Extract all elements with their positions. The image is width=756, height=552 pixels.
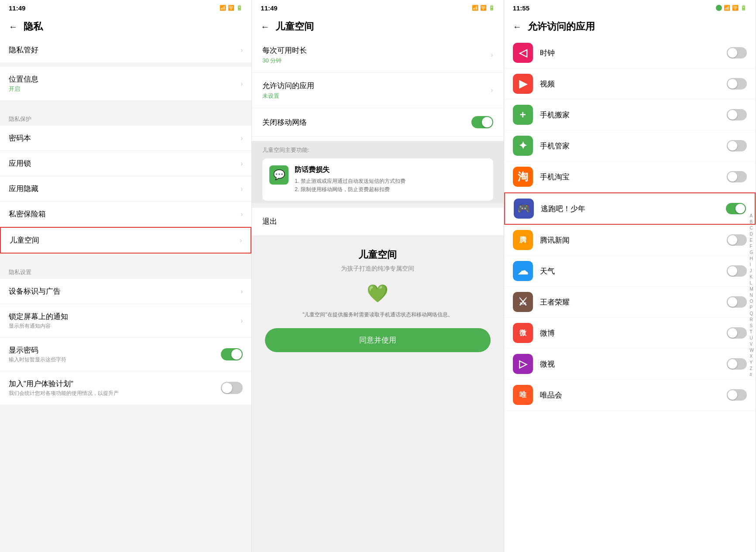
feature-card: 💬 防话费损失 1. 禁止游戏或应用通过自动发送短信的方式扣费 2. 限制使用移… [262,158,493,201]
privacy-protection-label: 隐私保护 [0,109,251,126]
children-space-item[interactable]: 儿童空间 › [0,227,251,254]
video-label: 视频 [540,79,727,89]
weibo-icon: 微 [513,323,533,343]
app-item-weibo[interactable]: 微 微博 [504,318,756,349]
app-item-taobao[interactable]: 淘 手机淘宝 [504,161,756,192]
wifi-icon: 🛜 [480,5,487,11]
header-bar-2: ← 儿童空间 [252,16,503,38]
lock-screen-label: 锁定屏幕上的通知 [9,312,68,322]
app-item-mover[interactable]: + 手机搬家 [504,99,756,130]
weishi-toggle[interactable] [727,358,747,370]
app-item-weather[interactable]: ☁ 天气 [504,256,756,287]
taobao-toggle[interactable] [727,171,747,182]
show-password-sub: 输入时短暂显示这些字符 [9,356,66,363]
pinpin-label: 唯品会 [540,390,727,400]
location-section: 位置信息 开启 › [0,67,251,100]
dot-icon [716,5,722,11]
privacy-protection-group: 密码本 › 应用锁 › 应用隐藏 › 私密保险箱 › 儿童空间 › [0,126,251,254]
weishi-icon: ▷ [513,354,533,374]
safe-box-item[interactable]: 私密保险箱 › [0,202,251,227]
privacy-manager-item[interactable]: 隐私管好 › [0,38,251,62]
app-item-game[interactable]: 🎮 逃跑吧！少年 [504,192,756,225]
user-experience-toggle[interactable] [221,382,243,394]
manager-label: 手机管家 [540,141,727,151]
signal-icon: 📶 [472,5,478,11]
logout-row[interactable]: 退出 [252,208,503,235]
clock-toggle[interactable] [727,47,747,58]
pinpin-toggle[interactable] [727,389,747,401]
intro-note: "儿童空间"在提供服务时需要读取手机通话状态和移动网络信息。 [302,311,453,319]
allowed-apps-setting[interactable]: 允许访问的应用 未设置 › [252,73,503,108]
chevron-icon: › [241,185,243,193]
duration-setting[interactable]: 每次可用时长 30 分钟 › [252,38,503,73]
video-toggle[interactable] [727,78,747,89]
panel-apps: 11:55 📶 🛜 🔋 ← 允许访问的应用 ◁ 时钟 ▶ 视频 + 手机搬家 [504,0,756,552]
password-book-item[interactable]: 密码本 › [0,126,251,151]
chevron-icon: › [491,86,493,94]
location-item[interactable]: 位置信息 开启 › [0,67,251,100]
honor-icon: ⚔ [513,292,533,312]
manager-icon: ✦ [513,136,533,156]
divider-2 [0,258,251,262]
app-lock-item[interactable]: 应用锁 › [0,151,251,176]
agree-button[interactable]: 同意并使用 [265,328,490,352]
children-space-label: 儿童空间 [10,235,39,245]
mobile-network-setting[interactable]: 关闭移动网络 [252,108,503,137]
game-toggle[interactable] [726,203,746,214]
app-item-manager[interactable]: ✦ 手机管家 [504,130,756,161]
lock-screen-notify-item[interactable]: 锁定屏幕上的通知 显示所有通知内容 › [0,304,251,338]
lock-screen-sub: 显示所有通知内容 [9,322,68,330]
mover-icon: + [513,105,533,125]
app-item-tencent[interactable]: 腾 腾讯新闻 [504,225,756,256]
chevron-icon: › [240,237,242,244]
header-bar-1: ← 隐私 [0,16,251,38]
tencent-toggle[interactable] [727,234,747,246]
weibo-label: 微博 [540,328,727,338]
time-3: 11:55 [513,4,529,12]
status-bar-3: 11:55 📶 🛜 🔋 [504,0,756,16]
show-password-item[interactable]: 显示密码 输入时短暂显示这些字符 [0,338,251,371]
manager-toggle[interactable] [727,140,747,151]
device-id-item[interactable]: 设备标识与广告 › [0,279,251,304]
app-hide-item[interactable]: 应用隐藏 › [0,176,251,202]
mobile-network-toggle[interactable] [471,116,493,128]
back-button-2[interactable]: ← [261,22,269,32]
battery-icon: 🔋 [488,5,495,11]
game-icon: 🎮 [514,199,534,219]
app-item-weishi[interactable]: ▷ 微视 [504,349,756,380]
status-icons-2: 📶 🛜 🔋 [472,5,495,11]
app-item-clock[interactable]: ◁ 时钟 [504,38,756,69]
chevron-icon: › [241,288,243,295]
show-password-toggle[interactable] [221,348,243,360]
intro-sub: 为孩子打造的纯净专属空间 [341,265,414,273]
tencent-icon: 腾 [513,230,533,250]
clock-label: 时钟 [540,48,727,58]
allowed-apps-label: 允许访问的应用 [262,81,314,91]
weibo-toggle[interactable] [727,327,747,339]
privacy-manager-label: 隐私管好 [9,45,38,55]
mover-toggle[interactable] [727,109,747,120]
back-button-1[interactable]: ← [9,22,17,32]
feature-icon: 💬 [269,165,289,185]
app-item-video[interactable]: ▶ 视频 [504,69,756,99]
intro-section: 儿童空间 为孩子打造的纯净专属空间 💚 "儿童空间"在提供服务时需要读取手机通话… [252,235,503,359]
clock-icon: ◁ [513,43,533,63]
mover-label: 手机搬家 [540,110,727,120]
weather-icon: ☁ [513,261,533,281]
wifi-icon: 🛜 [732,5,739,11]
signal-icon: 📶 [220,5,226,11]
app-item-pinpin[interactable]: 唯 唯品会 [504,380,756,411]
honor-toggle[interactable] [727,296,747,308]
back-button-3[interactable]: ← [513,22,522,32]
app-lock-label: 应用锁 [9,158,31,168]
taobao-label: 手机淘宝 [540,172,727,182]
top-section: 隐私管好 › [0,38,251,62]
mobile-network-label: 关闭移动网络 [262,117,307,127]
weather-toggle[interactable] [727,265,747,277]
page-title-2: 儿童空间 [275,20,314,33]
user-experience-item[interactable]: 加入"用户体验计划" 我们会统计您对各项功能的使用情况，以提升产 [0,371,251,405]
app-item-honor[interactable]: ⚔ 王者荣耀 [504,287,756,318]
show-password-label: 显示密码 [9,345,66,355]
location-value: 开启 [9,85,38,93]
status-icons-1: 📶 🛜 🔋 [220,5,243,11]
